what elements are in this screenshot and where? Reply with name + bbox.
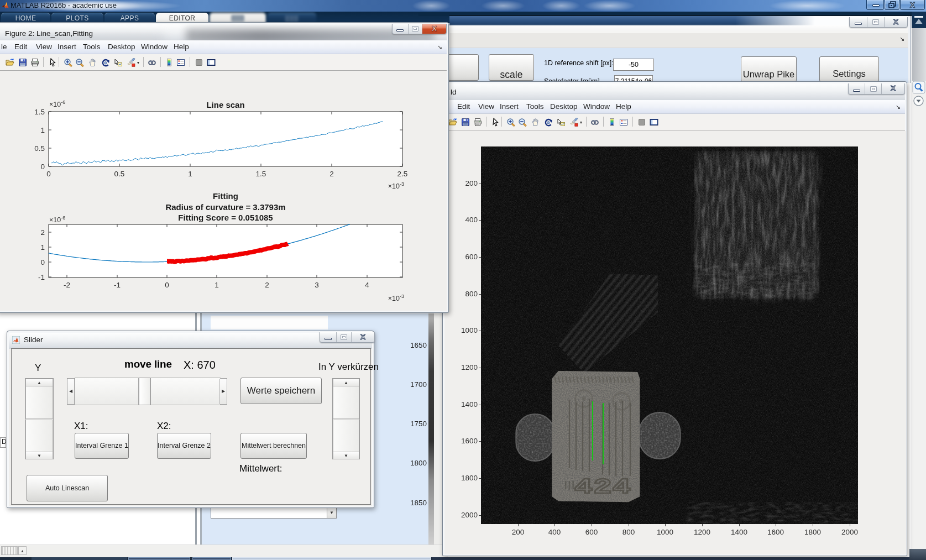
svg-text:Line scan: Line scan bbox=[206, 100, 244, 109]
svg-text:0: 0 bbox=[46, 170, 51, 178]
svg-text:1: 1 bbox=[215, 281, 219, 289]
svg-text:1: 1 bbox=[40, 243, 45, 252]
svg-text:0: 0 bbox=[40, 163, 45, 171]
svg-text:1.5: 1.5 bbox=[34, 108, 45, 116]
svg-text:1.5: 1.5 bbox=[256, 170, 266, 178]
svg-text:-1: -1 bbox=[38, 273, 45, 281]
svg-text:4: 4 bbox=[365, 281, 369, 289]
svg-text:1: 1 bbox=[40, 126, 45, 134]
svg-text:×10-6: ×10-6 bbox=[49, 100, 65, 108]
svg-text:0: 0 bbox=[40, 258, 45, 266]
svg-text:Radius of curvature = 3.3793m: Radius of curvature = 3.3793m bbox=[165, 202, 285, 212]
svg-text:×10-3: ×10-3 bbox=[388, 181, 404, 190]
svg-text:2: 2 bbox=[265, 281, 269, 289]
svg-text:1: 1 bbox=[188, 170, 192, 178]
svg-text:×10-6: ×10-6 bbox=[49, 215, 65, 224]
svg-text:-1: -1 bbox=[114, 281, 121, 289]
svg-text:0.5: 0.5 bbox=[34, 144, 45, 153]
svg-text:2: 2 bbox=[40, 228, 45, 237]
svg-text:3: 3 bbox=[315, 281, 319, 289]
svg-text:0: 0 bbox=[165, 281, 169, 289]
svg-text:Fitting Score = 0.051085: Fitting Score = 0.051085 bbox=[178, 213, 273, 222]
svg-text:2.5: 2.5 bbox=[397, 170, 408, 178]
svg-text:-2: -2 bbox=[64, 281, 70, 289]
svg-text:424: 424 bbox=[574, 475, 631, 500]
svg-text:0.5: 0.5 bbox=[114, 170, 125, 178]
svg-text:×10-3: ×10-3 bbox=[388, 294, 404, 302]
svg-text:Fitting: Fitting bbox=[213, 191, 238, 201]
svg-text:2: 2 bbox=[329, 170, 334, 178]
